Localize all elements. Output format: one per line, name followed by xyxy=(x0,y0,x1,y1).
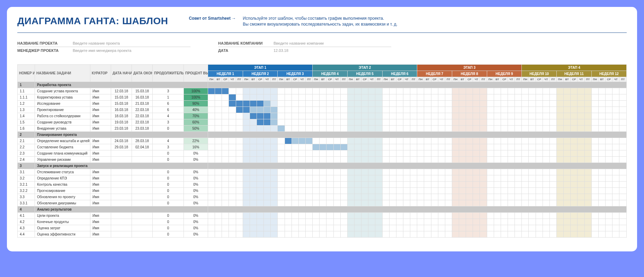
gantt-cell[interactable] xyxy=(292,200,298,206)
gantt-cell[interactable] xyxy=(557,144,564,150)
gantt-cell[interactable] xyxy=(494,88,501,94)
gantt-cell[interactable] xyxy=(515,212,522,219)
cell-end[interactable]: 23.03.18 xyxy=(132,125,153,131)
gantt-cell[interactable] xyxy=(340,175,347,181)
gantt-cell[interactable] xyxy=(285,119,292,125)
gantt-cell[interactable] xyxy=(375,200,382,206)
gantt-cell[interactable] xyxy=(606,156,612,163)
gantt-cell[interactable] xyxy=(410,181,417,187)
gantt-cell[interactable] xyxy=(424,200,431,206)
gantt-cell[interactable] xyxy=(557,187,564,194)
gantt-cell[interactable] xyxy=(250,113,257,119)
gantt-cell[interactable] xyxy=(494,107,501,113)
gantt-cell[interactable] xyxy=(508,225,515,231)
gantt-cell[interactable] xyxy=(452,119,459,125)
gantt-cell[interactable] xyxy=(208,107,215,113)
gantt-cell[interactable] xyxy=(229,144,236,150)
gantt-cell[interactable] xyxy=(557,94,564,100)
cell-curator[interactable]: Имя xyxy=(90,88,111,94)
gantt-cell[interactable] xyxy=(396,113,403,119)
gantt-cell[interactable] xyxy=(320,219,327,225)
cell-curator[interactable]: Имя xyxy=(90,194,111,200)
gantt-cell[interactable] xyxy=(292,119,298,125)
gantt-cell[interactable] xyxy=(543,156,549,163)
gantt-cell[interactable] xyxy=(598,94,605,100)
gantt-cell[interactable] xyxy=(522,119,529,125)
table-row[interactable]: 4.2Конечные продуктыИмя00% xyxy=(18,219,627,225)
gantt-cell[interactable] xyxy=(333,194,340,200)
gantt-cell[interactable] xyxy=(557,100,564,107)
gantt-cell[interactable] xyxy=(417,194,424,200)
gantt-cell[interactable] xyxy=(591,138,598,144)
gantt-cell[interactable] xyxy=(347,225,354,231)
gantt-cell[interactable] xyxy=(298,194,305,200)
gantt-cell[interactable] xyxy=(222,225,229,231)
gantt-cell[interactable] xyxy=(487,187,494,194)
cell-duration[interactable]: 0 xyxy=(153,150,184,156)
gantt-cell[interactable] xyxy=(243,200,250,206)
gantt-cell[interactable] xyxy=(466,125,473,131)
gantt-cell[interactable] xyxy=(327,88,333,94)
gantt-cell[interactable] xyxy=(515,181,522,187)
gantt-cell[interactable] xyxy=(598,107,605,113)
gantt-cell[interactable] xyxy=(487,107,494,113)
cell-id[interactable]: 2.2 xyxy=(18,144,35,150)
gantt-cell[interactable] xyxy=(487,113,494,119)
gantt-cell[interactable] xyxy=(396,88,403,94)
gantt-cell[interactable] xyxy=(396,175,403,181)
gantt-cell[interactable] xyxy=(417,150,424,156)
gantt-cell[interactable] xyxy=(292,175,298,181)
gantt-cell[interactable] xyxy=(591,225,598,231)
gantt-cell[interactable] xyxy=(515,88,522,94)
gantt-cell[interactable] xyxy=(208,150,215,156)
gantt-cell[interactable] xyxy=(480,100,487,107)
gantt-cell[interactable] xyxy=(466,150,473,156)
gantt-cell[interactable] xyxy=(466,181,473,187)
gantt-cell[interactable] xyxy=(278,144,285,150)
gantt-cell[interactable] xyxy=(591,119,598,125)
gantt-cell[interactable] xyxy=(529,212,536,219)
gantt-cell[interactable] xyxy=(208,231,215,237)
cell-task[interactable]: Цели проекта xyxy=(35,212,90,219)
table-row[interactable]: 3.3.1Обновления диаграммыИмя00% xyxy=(18,200,627,206)
gantt-cell[interactable] xyxy=(598,175,605,181)
gantt-cell[interactable] xyxy=(403,144,410,150)
gantt-cell[interactable] xyxy=(536,156,543,163)
gantt-cell[interactable] xyxy=(591,212,598,219)
gantt-cell[interactable] xyxy=(333,144,340,150)
gantt-cell[interactable] xyxy=(557,219,564,225)
gantt-cell[interactable] xyxy=(438,181,445,187)
gantt-cell[interactable] xyxy=(501,212,508,219)
gantt-cell[interactable] xyxy=(285,181,292,187)
gantt-cell[interactable] xyxy=(313,107,320,113)
gantt-cell[interactable] xyxy=(396,107,403,113)
gantt-cell[interactable] xyxy=(494,100,501,107)
gantt-cell[interactable] xyxy=(333,181,340,187)
gantt-cell[interactable] xyxy=(208,225,215,231)
cell-curator[interactable]: Имя xyxy=(90,169,111,175)
gantt-cell[interactable] xyxy=(459,100,466,107)
gantt-cell[interactable] xyxy=(389,212,396,219)
gantt-cell[interactable] xyxy=(375,225,382,231)
gantt-cell[interactable] xyxy=(424,169,431,175)
gantt-cell[interactable] xyxy=(368,100,375,107)
gantt-cell[interactable] xyxy=(320,181,327,187)
gantt-cell[interactable] xyxy=(536,113,543,119)
cell-curator[interactable]: Имя xyxy=(90,113,111,119)
gantt-cell[interactable] xyxy=(361,156,368,163)
gantt-cell[interactable] xyxy=(522,125,529,131)
gantt-cell[interactable] xyxy=(438,219,445,225)
gantt-cell[interactable] xyxy=(494,156,501,163)
gantt-cell[interactable] xyxy=(549,175,556,181)
gantt-cell[interactable] xyxy=(313,94,320,100)
gantt-cell[interactable] xyxy=(536,175,543,181)
gantt-cell[interactable] xyxy=(278,194,285,200)
gantt-cell[interactable] xyxy=(584,107,591,113)
cell-task[interactable]: Работа со стейкхолдерами xyxy=(35,113,90,119)
gantt-cell[interactable] xyxy=(208,181,215,187)
gantt-cell[interactable] xyxy=(396,187,403,194)
gantt-cell[interactable] xyxy=(452,100,459,107)
cell-end[interactable]: 15.03.18 xyxy=(132,88,153,94)
gantt-cell[interactable] xyxy=(410,212,417,219)
gantt-cell[interactable] xyxy=(612,219,619,225)
